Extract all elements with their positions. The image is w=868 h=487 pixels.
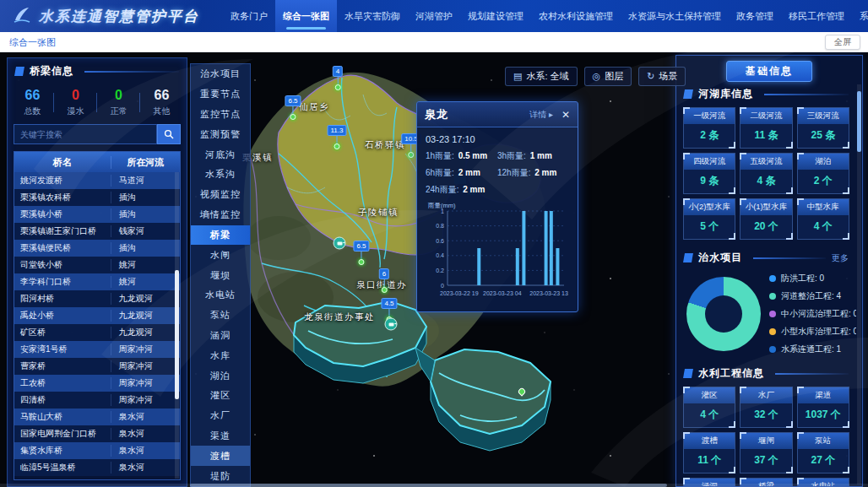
layers-button[interactable]: ◎图层	[584, 67, 632, 86]
layer-menu-item[interactable]: 水厂	[191, 406, 250, 426]
nav-item[interactable]: 河湖管护	[408, 0, 460, 32]
search-button[interactable]	[157, 124, 181, 144]
nav-item[interactable]: 水旱灾害防御	[337, 0, 408, 32]
table-row[interactable]: 栗溪镇谢王家门口桥钱家河	[14, 223, 180, 240]
rainfall-bar-chart: 雨量(mm)00.20.40.60.812023-03-22 192023-03…	[426, 199, 571, 302]
projects-legend: 防洪工程: 0河道整治工程: 4中小河流治理工程: 0小型水库治理工程: 0水系…	[769, 273, 856, 355]
nav-item[interactable]: 农村水利设施管理	[531, 0, 621, 32]
app-title: 水系连通智慧管护平台	[39, 7, 199, 26]
nav-item[interactable]: 规划建设管理	[460, 0, 531, 32]
layer-menu-item[interactable]: 河底沟	[191, 144, 250, 165]
info-card: 湖泊2 个	[797, 153, 849, 194]
legend-item: 河道整治工程: 4	[769, 290, 856, 302]
layer-menu-item[interactable]: 水系沟	[191, 165, 250, 185]
table-body: 姚河发渡桥马道河栗溪镇农科桥插沟栗溪镇小桥插沟栗溪镇谢王家门口桥钱家河栗溪镇便民…	[14, 172, 180, 476]
station-popup: 泉龙 详情 ▸ ✕ 03-23 17:10 1h雨量: 0.5 mm3h雨量: …	[416, 101, 578, 312]
layer-menu-item[interactable]: 视频监控	[191, 185, 250, 205]
water-system-filter-icon: ▤	[513, 71, 522, 82]
basic-info-panel: 基础信息 河湖库信息 一级河流2 条二级河流11 条三级河流25 条四级河流9 …	[675, 55, 863, 487]
river-section-header: 河湖库信息	[676, 81, 856, 106]
table-scrollbar[interactable]	[175, 172, 179, 479]
bridge-table: 桥名 所在河流 姚河发渡桥马道河栗溪镇农科桥插沟栗溪镇小桥插沟栗溪镇谢王家门口桥…	[14, 151, 181, 480]
projects-section-title: 治水项目	[698, 251, 742, 265]
camera-icon[interactable]	[385, 318, 398, 331]
layer-menu-item[interactable]: 水库	[191, 345, 250, 365]
table-row[interactable]: 阳河村桥九龙观河	[14, 290, 180, 307]
nav-item[interactable]: 移民工作管理	[781, 0, 852, 32]
layer-menu-item[interactable]: 渡槽	[191, 446, 250, 466]
brand: 水系连通智慧管护平台	[0, 6, 199, 26]
table-row[interactable]: 禹处小桥九龙观河	[14, 307, 180, 324]
more-link[interactable]: 更多	[832, 252, 849, 264]
table-row[interactable]: 四清桥周家冲河	[14, 392, 180, 409]
info-card: 一级河流2 条	[683, 107, 735, 149]
layer-menu-item[interactable]: 堰坝	[191, 265, 250, 285]
section-accent-icon	[683, 369, 693, 378]
water-system-filter[interactable]: ▤水系: 全域	[505, 67, 578, 86]
layer-menu-item[interactable]: 湖泊	[191, 365, 250, 386]
station-marker[interactable]: 6.5	[353, 241, 369, 265]
layer-menu-item[interactable]: 墒情监控	[191, 205, 250, 225]
table-row[interactable]: 栗溪镇小桥插沟	[14, 206, 180, 223]
layer-menu-item[interactable]: 治水项目	[191, 64, 250, 84]
layer-menu-item[interactable]: 监控节点	[191, 105, 250, 125]
layer-menu-item[interactable]: 涵洞	[191, 326, 250, 346]
info-card: 四级河流9 条	[683, 153, 735, 194]
layer-menu-item[interactable]: 桥梁	[191, 225, 250, 246]
table-row[interactable]: 国家电网荆金门口桥泉水河	[14, 425, 180, 442]
table-row[interactable]: 安家湾1号桥周家冲河	[14, 341, 180, 358]
layer-menu-item[interactable]: 水电站	[191, 285, 250, 306]
info-card: 三级河流25 条	[797, 107, 849, 149]
table-row[interactable]: 司堂铁小桥姚河	[14, 257, 180, 273]
camera-icon[interactable]	[334, 237, 346, 250]
svg-text:2023-03-23 04: 2023-03-23 04	[483, 290, 522, 296]
scene-button[interactable]: ↻场景	[638, 67, 686, 86]
info-card: 小(2)型水库5 个	[683, 198, 735, 240]
svg-text:0.4: 0.4	[436, 252, 444, 258]
nav-item[interactable]: 政务门户	[223, 0, 275, 32]
table-row[interactable]: 栗溪镇便民桥插沟	[14, 240, 180, 257]
table-row[interactable]: 矿区桥九龙观河	[14, 324, 180, 341]
right-panel-scrollbar[interactable]	[857, 84, 861, 484]
search-input[interactable]	[14, 124, 157, 144]
legend-item: 防洪工程: 0	[769, 273, 856, 284]
station-marker[interactable]: 6	[379, 268, 389, 293]
popup-details-link[interactable]: 详情 ▸	[529, 109, 553, 121]
table-row[interactable]: 姚河发渡桥马道河	[14, 172, 180, 189]
table-row[interactable]: 曹家桥周家冲河	[14, 358, 180, 375]
search-row	[8, 124, 187, 151]
fullscreen-button[interactable]: 全屏	[825, 35, 860, 50]
layer-menu-item[interactable]: 监测预警	[191, 124, 250, 144]
nav-item[interactable]: 水资源与水土保持管理	[621, 0, 729, 32]
table-row[interactable]: 栗溪镇农科桥插沟	[14, 189, 180, 206]
engineering-cards: 灌区4 个水厂32 个渠道1037 个渡槽11 个堰闸37 个泵站27 个涵洞4…	[676, 385, 856, 486]
horizontal-scrollbar[interactable]	[0, 484, 868, 487]
nav-item[interactable]: 政务管理	[729, 0, 781, 32]
station-marker[interactable]: 11.3	[328, 125, 347, 149]
close-icon[interactable]: ✕	[561, 109, 570, 121]
layer-menu-item[interactable]: 泵站	[191, 306, 250, 326]
layer-menu-item[interactable]: 渠道	[191, 426, 250, 446]
table-row[interactable]: 临漳5号温泉桥泉水河	[14, 459, 180, 476]
table-row[interactable]: 马鞍山大桥泉水河	[14, 409, 180, 425]
table-header: 桥名 所在河流	[14, 152, 180, 172]
layer-menu-item[interactable]: 灌区	[191, 386, 250, 406]
nav-item[interactable]: 综合一张图	[275, 0, 337, 32]
info-card: 小(1)型水库20 个	[740, 198, 792, 240]
station-marker[interactable]: 4	[333, 66, 343, 90]
layer-menu: 治水项目重要节点监控节点监测预警河底沟水系沟视频监控墒情监控桥梁水闸堰坝水电站泵…	[190, 63, 251, 487]
station-marker[interactable]: 6.5	[285, 95, 301, 120]
legend-item: 中小河流治理工程: 0	[769, 308, 856, 320]
bridge-panel-title: 桥梁信息	[30, 64, 73, 78]
layer-menu-item[interactable]: 水闸	[191, 245, 250, 265]
table-row[interactable]: 工农桥周家冲河	[14, 375, 180, 392]
table-row[interactable]: 集贤水库桥泉水河	[14, 442, 180, 459]
nav-item[interactable]: 系统管理	[852, 0, 868, 32]
tab-basic-info[interactable]: 基础信息	[726, 61, 812, 82]
projects-section-header: 治水项目 更多	[676, 245, 856, 269]
layer-menu-item[interactable]: 重要节点	[191, 84, 250, 105]
table-row[interactable]: 李学科门口桥姚河	[14, 273, 180, 290]
rain-metric: 12h雨量: 2 mm	[497, 167, 569, 179]
info-card: 渡槽11 个	[683, 432, 735, 473]
info-card: 泵站27 个	[797, 432, 849, 473]
